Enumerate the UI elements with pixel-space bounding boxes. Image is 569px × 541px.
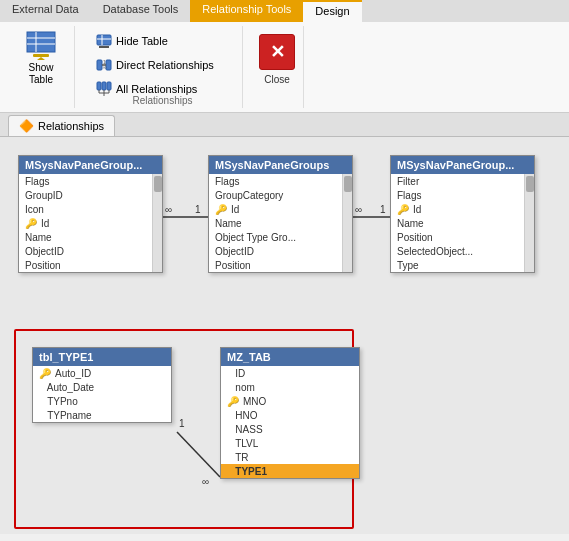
- svg-text:∞: ∞: [165, 204, 172, 215]
- table-row: Object Type Gro...: [209, 230, 342, 244]
- direct-relationships-button[interactable]: 1 ∞ Direct Relationships: [91, 54, 231, 76]
- svg-text:1: 1: [380, 204, 386, 215]
- svg-rect-11: [106, 60, 111, 70]
- table-row: ID: [221, 366, 359, 380]
- table-row: TYPno: [33, 394, 171, 408]
- close-label: Close: [264, 74, 290, 85]
- table-row key-row: 🔑Auto_ID: [33, 366, 171, 380]
- scrollbar-2[interactable]: [342, 174, 352, 272]
- table-row key-row: 🔑Id: [209, 202, 342, 216]
- table-row: GroupID: [19, 188, 152, 202]
- tab-icon: 🔶: [19, 119, 34, 133]
- table-msysnavpanegroup-2: MSysNavPaneGroup... Filter Flags 🔑Id Nam…: [390, 155, 535, 273]
- tab-label: Relationships: [38, 120, 104, 132]
- table-row: Name: [209, 216, 342, 230]
- tab-bar: 🔶 Relationships: [0, 113, 569, 137]
- table-header-2: MSysNavPaneGroups: [209, 156, 352, 174]
- direct-relationships-icon: 1 ∞: [96, 57, 112, 73]
- table-row: NASS: [221, 422, 359, 436]
- table-row key-row: 🔑Id: [19, 216, 152, 230]
- hide-table-label: Hide Table: [116, 35, 168, 47]
- direct-relationships-label: Direct Relationships: [116, 59, 214, 71]
- table-row: Icon: [19, 202, 152, 216]
- ribbon: External Data Database Tools Relationshi…: [0, 0, 569, 113]
- table-body-4: 🔑Auto_ID Auto_Date TYPno TYPname: [33, 366, 171, 422]
- table-header-3: MSysNavPaneGroup...: [391, 156, 534, 174]
- ribbon-group-close: ✕ Close: [251, 26, 304, 108]
- table-row key-row: 🔑Id: [391, 202, 524, 216]
- canvas: ∞ 1 ∞ 1 1 ∞ MSysNavPaneGroup... Flags Gr…: [0, 137, 569, 534]
- ribbon-group-label-show: [8, 95, 74, 106]
- svg-rect-4: [33, 54, 49, 57]
- table-body-2: Flags GroupCategory 🔑Id Name Object Type…: [209, 174, 352, 272]
- table-row: Auto_Date: [33, 380, 171, 394]
- key-icon: 🔑: [227, 396, 239, 407]
- key-icon: 🔑: [39, 368, 51, 379]
- table-row: TYPname: [33, 408, 171, 422]
- key-icon: 🔑: [215, 204, 227, 215]
- table-row: Flags: [209, 174, 342, 188]
- table-row: Filter: [391, 174, 524, 188]
- table-header-4: tbl_TYPE1: [33, 348, 171, 366]
- all-relationships-label: All Relationships: [116, 83, 197, 95]
- table-row: Type: [391, 258, 524, 272]
- svg-text:∞: ∞: [103, 64, 107, 70]
- table-body-5: ID nom 🔑MNO HNO NASS TLVL TR TYPE1: [221, 366, 359, 478]
- table-row: SelectedObject...: [391, 244, 524, 258]
- table-header-1: MSysNavPaneGroup...: [19, 156, 162, 174]
- svg-rect-6: [97, 35, 111, 45]
- svg-rect-15: [97, 82, 101, 90]
- table-body-3: Filter Flags 🔑Id Name Position SelectedO…: [391, 174, 534, 272]
- table-row: Name: [19, 230, 152, 244]
- table-row highlighted: TYPE1: [221, 464, 359, 478]
- show-table-label: Show Table: [28, 62, 53, 86]
- hide-table-icon: [96, 33, 112, 49]
- scrollbar-3[interactable]: [524, 174, 534, 272]
- ribbon-tabs: External Data Database Tools Relationshi…: [0, 0, 569, 22]
- table-row: nom: [221, 380, 359, 394]
- table-row: TR: [221, 450, 359, 464]
- table-header-5: MZ_TAB: [221, 348, 359, 366]
- svg-marker-5: [37, 57, 45, 60]
- table-row: Flags: [391, 188, 524, 202]
- svg-text:∞: ∞: [355, 204, 362, 215]
- close-button[interactable]: ✕: [259, 34, 295, 70]
- svg-rect-16: [102, 82, 106, 90]
- hide-table-button[interactable]: Hide Table: [91, 30, 231, 52]
- ribbon-group-relationships: Hide Table 1 ∞ Direct Relat: [83, 26, 243, 108]
- show-table-icon: [25, 28, 57, 60]
- svg-text:1: 1: [195, 204, 201, 215]
- ribbon-group-show: Show Table: [8, 26, 75, 108]
- ribbon-tab-database[interactable]: Database Tools: [91, 0, 191, 22]
- ribbon-tab-design[interactable]: Design: [303, 0, 361, 22]
- app-container: External Data Database Tools Relationshi…: [0, 0, 569, 534]
- show-table-button[interactable]: Show Table: [16, 26, 66, 88]
- ribbon-small-group: Hide Table 1 ∞ Direct Relat: [91, 26, 234, 100]
- table-mz-tab: MZ_TAB ID nom 🔑MNO HNO NASS TLVL TR TYPE…: [220, 347, 360, 479]
- ribbon-group-label-rel: Relationships: [83, 95, 242, 106]
- table-row key-row: 🔑MNO: [221, 394, 359, 408]
- table-row: GroupCategory: [209, 188, 342, 202]
- ribbon-tab-external[interactable]: External Data: [0, 0, 91, 22]
- ribbon-tool-label: Relationship Tools: [190, 0, 303, 22]
- table-tbl-type1: tbl_TYPE1 🔑Auto_ID Auto_Date TYPno TYPna…: [32, 347, 172, 423]
- svg-rect-10: [97, 60, 102, 70]
- ribbon-group-label-close: [251, 95, 303, 106]
- table-row: Position: [391, 230, 524, 244]
- table-body-1: Flags GroupID Icon 🔑Id Name ObjectID Pos…: [19, 174, 162, 272]
- key-icon: 🔑: [397, 204, 409, 215]
- key-icon: 🔑: [25, 218, 37, 229]
- table-row: Position: [209, 258, 342, 272]
- table-row: ObjectID: [209, 244, 342, 258]
- svg-rect-0: [27, 32, 55, 52]
- table-row: TLVL: [221, 436, 359, 450]
- table-row: ObjectID: [19, 244, 152, 258]
- table-row: Position: [19, 258, 152, 272]
- table-msysnavpanegroups: MSysNavPaneGroups Flags GroupCategory 🔑I…: [208, 155, 353, 273]
- table-row: Name: [391, 216, 524, 230]
- svg-rect-17: [107, 82, 111, 90]
- ribbon-bar: Show Table: [0, 22, 569, 112]
- table-msysnavpanegroup-1: MSysNavPaneGroup... Flags GroupID Icon 🔑…: [18, 155, 163, 273]
- scrollbar-1[interactable]: [152, 174, 162, 272]
- relationships-tab[interactable]: 🔶 Relationships: [8, 115, 115, 136]
